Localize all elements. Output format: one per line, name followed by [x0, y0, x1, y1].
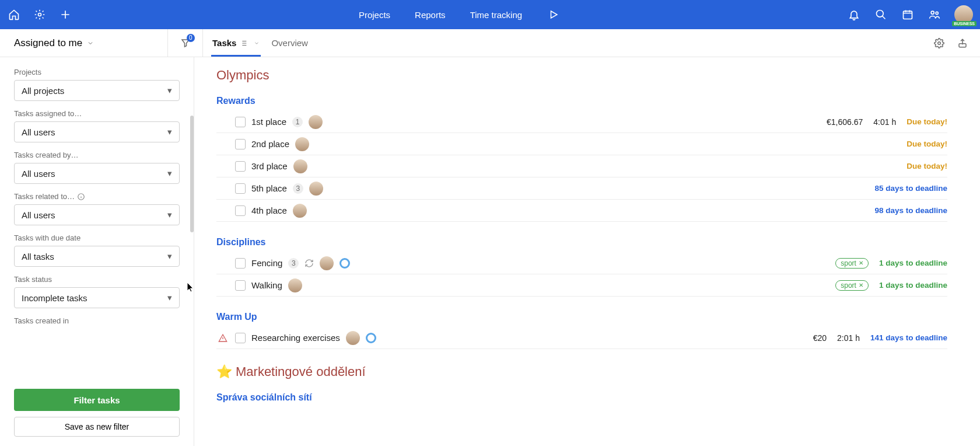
filter-tasks-button[interactable]: Filter tasks [14, 389, 180, 411]
task-row[interactable]: 5th place 3 85 days to deadline [216, 177, 947, 200]
assignee-avatar[interactable] [320, 256, 334, 270]
task-count-badge: 3 [293, 183, 303, 194]
top-bar: Projects Reports Time tracking BUSINESS [0, 0, 980, 29]
task-row[interactable]: 2nd place Due today! [216, 133, 947, 155]
play-icon[interactable] [547, 8, 561, 22]
main-content: Olympics Rewards 1st place 1 €1,606.67 4… [194, 57, 980, 446]
filter-related-select[interactable]: All users ▾ [14, 204, 180, 225]
filter-count-badge: 0 [187, 34, 195, 42]
task-checkbox[interactable] [235, 280, 246, 291]
project-olympics-title[interactable]: Olympics [216, 68, 947, 83]
nav-time-tracking[interactable]: Time tracking [470, 10, 522, 20]
task-row[interactable]: 1st place 1 €1,606.67 4:01 h Due today! [216, 111, 947, 133]
filter-assigned-label: Tasks assigned to… [14, 109, 180, 118]
search-icon[interactable] [874, 8, 888, 22]
tab-tasks[interactable]: Tasks [211, 29, 261, 57]
svg-rect-3 [904, 11, 912, 19]
task-due: Due today! [907, 162, 947, 170]
save-filter-button[interactable]: Save as new filter [14, 417, 180, 437]
section-disciplines-heading[interactable]: Disciplines [216, 237, 947, 248]
task-checkbox[interactable] [235, 139, 246, 149]
tab-overview[interactable]: Overview [270, 29, 309, 57]
task-row[interactable]: Walking sport✕ 1 days to deadline [216, 274, 947, 297]
filter-created-by-select[interactable]: All users ▾ [14, 163, 180, 184]
filter-due-value: All tasks [22, 252, 54, 262]
people-icon[interactable] [928, 8, 942, 22]
filter-due-label: Tasks with due date [14, 234, 180, 242]
caret-down-icon: ▾ [167, 251, 172, 262]
section-warmup-heading[interactable]: Warm Up [216, 312, 947, 322]
task-checkbox[interactable] [235, 117, 246, 127]
section-rewards-heading[interactable]: Rewards [216, 96, 947, 106]
user-avatar[interactable]: BUSINESS [954, 5, 973, 24]
share-icon[interactable] [956, 36, 970, 50]
filter-related-value: All users [22, 210, 55, 220]
list-view-icon[interactable] [241, 39, 249, 47]
task-due: 1 days to deadline [879, 259, 947, 267]
filter-sidebar: Projects All projects ▾ Tasks assigned t… [0, 57, 194, 446]
task-amount: €1,606.67 [827, 117, 863, 127]
task-due: Due today! [907, 140, 947, 148]
filter-status-select[interactable]: Incomplete tasks ▾ [14, 287, 180, 308]
assignee-avatar[interactable] [309, 182, 323, 196]
info-icon[interactable] [77, 193, 85, 201]
filter-projects-select[interactable]: All projects ▾ [14, 80, 180, 101]
filter-created-by-value: All users [22, 169, 55, 179]
caret-down-icon: ▾ [167, 127, 172, 137]
filter-due-select[interactable]: All tasks ▾ [14, 246, 180, 267]
recurring-icon [304, 259, 314, 268]
settings-gear-icon[interactable] [932, 36, 946, 50]
caret-down-icon: ▾ [167, 210, 172, 220]
tag-remove-icon[interactable]: ✕ [859, 282, 863, 288]
task-checkbox[interactable] [235, 161, 246, 172]
task-row[interactable]: 3rd place Due today! [216, 155, 947, 177]
sidebar-scrollbar[interactable] [190, 116, 194, 232]
home-icon[interactable] [7, 8, 21, 22]
filter-projects-value: All projects [22, 86, 64, 96]
filter-assigned-value: All users [22, 127, 55, 137]
svg-point-2 [877, 11, 884, 18]
progress-ring-icon [340, 258, 350, 269]
tab-overview-label: Overview [271, 38, 308, 48]
filter-projects-label: Projects [14, 68, 180, 76]
filter-created-in-label: Tasks created in [14, 316, 180, 325]
task-name: 4th place [251, 205, 287, 215]
chevron-down-icon [87, 40, 94, 47]
assignee-avatar[interactable] [309, 115, 323, 129]
filter-status-label: Task status [14, 275, 180, 284]
plus-icon[interactable] [58, 8, 72, 22]
svg-point-5 [936, 12, 938, 14]
task-name: Fencing [251, 258, 282, 268]
nav-reports[interactable]: Reports [415, 10, 446, 20]
section-sprava-heading[interactable]: Správa sociálních sítí [216, 392, 947, 403]
assignee-avatar[interactable] [288, 278, 302, 292]
task-name: Walking [251, 280, 282, 290]
gear-icon[interactable] [33, 8, 47, 22]
task-row[interactable]: Researching exercises €20 2:01 h 141 day… [216, 327, 947, 349]
task-checkbox[interactable] [235, 183, 246, 194]
assignee-avatar[interactable] [293, 204, 307, 218]
task-name: 2nd place [251, 139, 289, 149]
assignee-avatar[interactable] [293, 159, 307, 173]
task-row[interactable]: Fencing 3 sport✕ 1 days to deadline [216, 252, 947, 274]
chevron-down-icon[interactable] [254, 40, 260, 46]
filter-funnel[interactable]: 0 [168, 29, 203, 57]
task-tag[interactable]: sport✕ [835, 258, 869, 269]
tag-remove-icon[interactable]: ✕ [859, 260, 863, 266]
project-marketing-title[interactable]: ⭐ Marketingové oddělení [216, 364, 947, 379]
view-title-dropdown[interactable]: Assigned to me [0, 29, 168, 57]
task-row[interactable]: 4th place 98 days to deadline [216, 200, 947, 222]
task-checkbox[interactable] [235, 205, 246, 216]
assignee-avatar[interactable] [346, 331, 360, 345]
task-hours: 2:01 h [837, 333, 860, 343]
view-title: Assigned to me [14, 37, 82, 49]
nav-projects[interactable]: Projects [359, 10, 390, 20]
task-checkbox[interactable] [235, 333, 246, 343]
calendar-icon[interactable] [901, 8, 915, 22]
assignee-avatar[interactable] [295, 137, 309, 151]
task-name: Researching exercises [251, 333, 340, 343]
bell-icon[interactable] [847, 8, 861, 22]
task-checkbox[interactable] [235, 258, 246, 269]
filter-assigned-select[interactable]: All users ▾ [14, 121, 180, 142]
task-tag[interactable]: sport✕ [835, 280, 869, 291]
